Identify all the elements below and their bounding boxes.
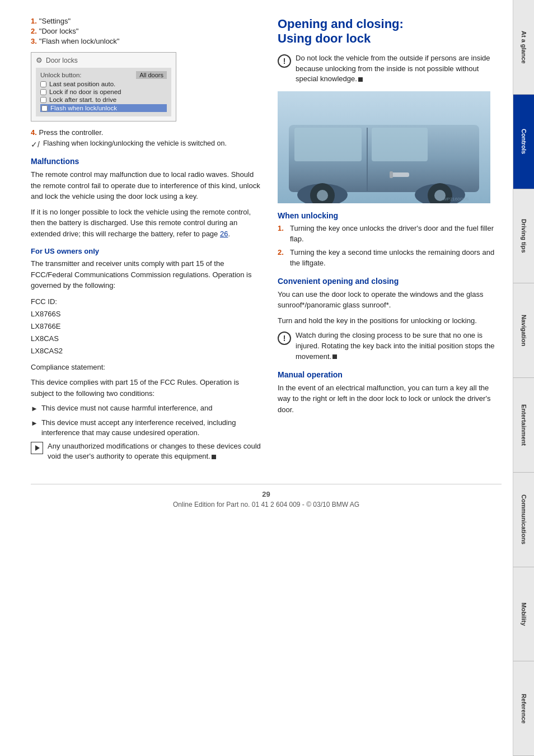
malfunctions-para1: The remote control may malfunction due t…	[31, 169, 261, 202]
arrow-icon-2: ►	[31, 418, 38, 428]
unlock-step-1: 1. Turning the key once unlocks the driv…	[278, 223, 502, 245]
gear-icon: ⚙	[36, 56, 43, 64]
convenient-opening-heading: Convenient opening and closing	[278, 277, 502, 286]
tab-entertainment[interactable]: Entertainment	[513, 378, 534, 473]
compliance-para: This device complies with part 15 of the…	[31, 377, 261, 399]
hollow-triangle-icon	[31, 442, 43, 454]
fcc-bullet-2: ► This device must accept any interferen…	[31, 418, 261, 438]
warning-box-1: ! Do not lock the vehicle from the outsi…	[278, 53, 502, 85]
us-owners-para1: The transmitter and receiver units compl…	[31, 258, 261, 291]
side-tabs: At a glance Controls Driving tips Naviga…	[513, 0, 534, 756]
convenient-para1: You can use the door lock to operate the…	[278, 289, 502, 311]
unlock-button-row: Unlock button: All doors	[40, 71, 167, 79]
tab-communications[interactable]: Communications	[513, 473, 534, 567]
arrow-icon-1: ►	[31, 404, 38, 414]
footer-text: Online Edition for Part no. 01 41 2 604 …	[173, 501, 359, 508]
svg-text:WP21600US: WP21600US	[443, 197, 469, 202]
tab-driving-tips[interactable]: Driving tips	[513, 189, 534, 284]
fcc-note: Any unauthorized modifications or change…	[31, 441, 261, 461]
door-locks-content: Unlock button: All doors Last seat posit…	[36, 68, 171, 116]
page-footer: 29 Online Edition for Part no. 01 41 2 6…	[31, 484, 502, 508]
check-note: ✓/ Flashing when locking/unlocking the v…	[31, 139, 261, 149]
checkbox-flash-lock: Flash when lock/unlock	[40, 104, 167, 112]
malfunctions-para2: If it is no longer possible to lock the …	[31, 207, 261, 240]
checkbox-last-seat: Last seat position auto.	[40, 81, 167, 87]
door-locks-box: ⚙ Door locks Unlock button: All doors La…	[31, 52, 176, 122]
end-mark-3	[332, 354, 337, 359]
end-mark-2	[358, 77, 363, 82]
when-unlocking-list: 1. Turning the key once unlocks the driv…	[278, 223, 502, 268]
svg-point-10	[317, 190, 328, 201]
end-mark	[212, 455, 216, 459]
step-4: 4. Press the controller.	[31, 128, 261, 137]
car-image: WP21600US	[278, 91, 490, 203]
steps-list: 1."Settings" 2."Door locks" 3."Flash whe…	[31, 17, 261, 45]
warning-icon-1: !	[278, 54, 291, 68]
opening-closing-heading: Opening and closing: Using door lock	[278, 17, 502, 46]
checkbox-lock-no-door: Lock if no door is opened	[40, 88, 167, 95]
convenient-para2: Turn and hold the key in the positions f…	[278, 315, 502, 326]
door-locks-title: ⚙ Door locks	[36, 56, 171, 64]
when-unlocking-heading: When unlocking	[278, 211, 502, 220]
compliance-label: Compliance statement:	[31, 362, 261, 373]
page-number: 29	[31, 490, 502, 498]
tab-controls[interactable]: Controls	[513, 95, 534, 189]
unlock-step-2: 2. Turning the key a second time unlocks…	[278, 248, 502, 269]
svg-rect-4	[372, 128, 428, 161]
tab-navigation[interactable]: Navigation	[513, 283, 534, 378]
step-2: 2."Door locks"	[31, 27, 261, 35]
step-3: 3."Flash when lock/unlock"	[31, 37, 261, 45]
warning-box-2: ! Watch during the closing process to be…	[278, 330, 502, 362]
warning-icon-2: !	[278, 332, 291, 345]
checkbox-lock-after-start: Lock after start. to drive	[40, 96, 167, 103]
manual-operation-para: In the event of an electrical malfunctio…	[278, 382, 502, 416]
manual-operation-heading: Manual operation	[278, 370, 502, 379]
fcc-ids-block: FCC ID: LX8766S LX8766E LX8CAS LX8CAS2	[31, 296, 261, 357]
fcc-bullet-1: ► This device must not cause harmful int…	[31, 403, 261, 414]
step-1: 1."Settings"	[31, 17, 261, 25]
svg-rect-6	[390, 171, 393, 178]
malfunctions-heading: Malfunctions	[31, 157, 261, 166]
tab-at-a-glance[interactable]: At a glance	[513, 0, 534, 95]
tab-reference[interactable]: Reference	[513, 661, 534, 756]
check-icon: ✓/	[31, 140, 40, 149]
us-owners-heading: For US owners only	[31, 247, 261, 255]
tab-mobility[interactable]: Mobility	[513, 567, 534, 662]
svg-rect-3	[294, 128, 362, 161]
